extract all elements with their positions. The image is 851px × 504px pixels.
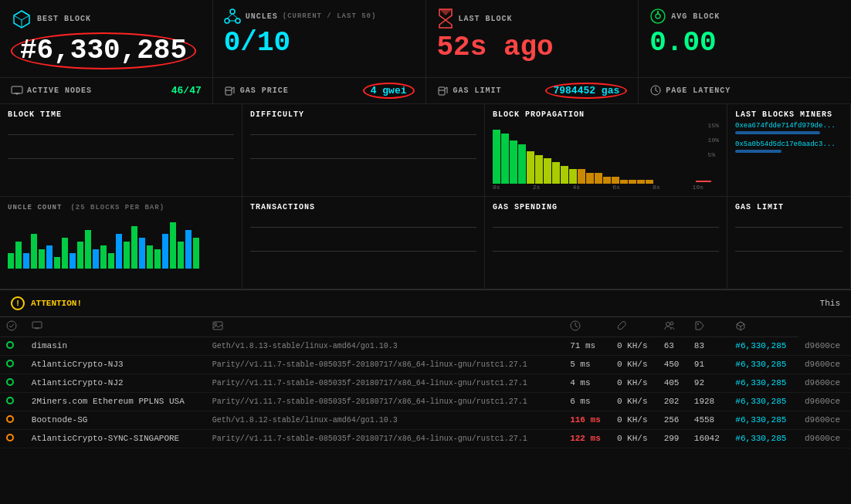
td-node-name: dimasin (25, 337, 206, 355)
th-tag (688, 317, 730, 337)
box-th-icon (735, 320, 746, 331)
td-latency: 71 ms (564, 337, 611, 355)
propagation-bar (544, 158, 551, 184)
attention-text: This (820, 299, 840, 308)
td-peers-alt: 16042 (688, 429, 730, 448)
active-nodes-block: ACTIVE NODES 46/47 (0, 78, 213, 103)
block-propagation-panel: BLOCK PROPAGATION 15% 10% 5% 0s 2s 4s 6s… (485, 104, 727, 196)
svg-marker-35 (737, 322, 744, 326)
last-block-label: LAST BLOCK (437, 8, 628, 29)
difficulty-panel: DIFFICULTY (242, 104, 485, 196)
uncle-bar (170, 222, 176, 269)
td-block: #6,330,285 (729, 392, 798, 411)
uncle-bar (23, 253, 29, 269)
table-row[interactable]: dimasin Geth/v1.8.13-stable/linux-amd64/… (0, 337, 851, 355)
users-th-icon (664, 321, 675, 330)
gas-limit-icon (437, 84, 449, 96)
td-client: Parity//v1.11.7-stable-085035f-20180717/… (206, 392, 564, 411)
table-row[interactable]: AtlanticCrypto-SYNC-SINGAPORE Parity//v1… (0, 429, 851, 448)
uncle-bar (139, 238, 145, 269)
gas-spending-panel: GAS SPENDING (485, 197, 727, 289)
td-peers: 299 (658, 429, 688, 448)
propagation-bar (629, 180, 636, 184)
miner-address: 0xea674fdde714fd979de... (735, 122, 843, 130)
svg-point-22 (7, 321, 16, 330)
uncle-bar (46, 245, 53, 269)
propagation-bar (620, 180, 628, 184)
svg-line-6 (227, 14, 232, 19)
difficulty-title: DIFFICULTY (250, 110, 476, 119)
td-status (0, 392, 25, 411)
svg-point-4 (225, 19, 229, 23)
svg-point-10 (656, 14, 660, 19)
uncle-bar (185, 230, 192, 269)
avg-block-value: 0.00 (649, 28, 840, 59)
best-block-label: BEST BLOCK (11, 8, 202, 29)
image-th-icon (212, 320, 223, 331)
nodes-table: dimasin Geth/v1.8.13-stable/linux-amd64/… (0, 317, 851, 448)
hourglass-icon (437, 8, 454, 29)
svg-rect-12 (12, 86, 22, 93)
td-peers-alt: 4558 (688, 411, 730, 429)
uncle-bar (131, 226, 137, 269)
propagation-bar (646, 180, 653, 184)
td-latency: 4 ms (564, 374, 611, 392)
td-bandwidth: 0 KH/s (611, 337, 658, 355)
gas-limit-label: GAS LIMIT (437, 84, 502, 96)
table-row[interactable]: AtlanticCrypto-NJ2 Parity//v1.11.7-stabl… (0, 374, 851, 392)
propagation-bar (527, 151, 534, 184)
table-row[interactable]: Bootnode-SG Geth/v1.8.12-stable/linux-am… (0, 411, 851, 429)
td-latency: 116 ms (564, 411, 611, 429)
table-row[interactable]: AtlanticCrypto-NJ3 Parity//v1.11.7-stabl… (0, 355, 851, 374)
uncle-count-panel: UNCLE COUNT (25 BLOCKS PER BAR) (0, 197, 242, 289)
td-block: #6,330,285 (729, 337, 798, 355)
table-row[interactable]: 2Miners.com Ethereum PPLNS USA Parity//v… (0, 392, 851, 411)
propagation-bar (561, 166, 568, 184)
th-bandwidth (611, 317, 658, 337)
td-peers: 450 (658, 355, 688, 374)
best-block-value: #6,330,285 (11, 32, 202, 69)
td-bandwidth: 0 KH/s (611, 411, 658, 429)
uncle-bar (100, 245, 107, 269)
uncle-bar (31, 234, 37, 269)
uncle-bar (178, 242, 184, 269)
td-status (0, 337, 25, 355)
miner-bar (735, 131, 820, 134)
tag-th-icon (694, 320, 705, 331)
td-block-hash: d9600ce (798, 392, 851, 411)
propagation-bar (518, 144, 526, 184)
td-block-hash: d9600ce (798, 355, 851, 374)
charts-row-1: BLOCK TIME DIFFICULTY BLOCK PROPAGATION … (0, 104, 851, 197)
uncle-chart (8, 215, 234, 269)
td-peers-alt: 91 (688, 355, 730, 374)
td-client: Parity//v1.11.7-stable-085035f-20180717/… (206, 374, 564, 392)
last-block-panel: LAST BLOCK 52s ago (426, 0, 639, 77)
last-block-value: 52s ago (437, 32, 628, 63)
gas-limit-section-title: GAS LIMIT (735, 203, 843, 211)
info-bar: ACTIVE NODES 46/47 GAS PRICE 4 gwei GAS … (0, 78, 851, 104)
td-latency: 5 ms (564, 355, 611, 374)
gas-limit-value: 7984452 gas (545, 83, 627, 99)
gauge-icon (649, 8, 666, 25)
uncles-label: UNCLES (CURRENT / LAST 50) (224, 8, 415, 25)
propagation-bar (595, 173, 602, 184)
propagation-bar (552, 162, 560, 184)
gas-spending-title: GAS SPENDING (493, 203, 719, 211)
active-nodes-label: ACTIVE NODES (11, 86, 92, 95)
svg-rect-23 (32, 322, 42, 328)
avg-block-panel: AVG BLOCK 0.00 (639, 0, 851, 77)
uncle-bar (62, 238, 68, 269)
status-circle (6, 360, 14, 367)
propagation-bar (535, 155, 543, 184)
check-circle-icon (6, 320, 17, 331)
uncle-bar (147, 245, 153, 269)
uncle-bar (193, 238, 199, 269)
top-stats-bar: BEST BLOCK #6,330,285 UNCLES (CURRENT / … (0, 0, 851, 78)
td-bandwidth: 0 KH/s (611, 392, 658, 411)
td-node-name: AtlanticCrypto-NJ3 (25, 355, 206, 374)
uncles-value: 0/10 (224, 28, 415, 59)
propagation-bar (637, 180, 645, 184)
page-latency-block: PAGE LATENCY (639, 78, 851, 103)
uncle-bar (85, 230, 91, 269)
svg-rect-15 (225, 87, 232, 95)
